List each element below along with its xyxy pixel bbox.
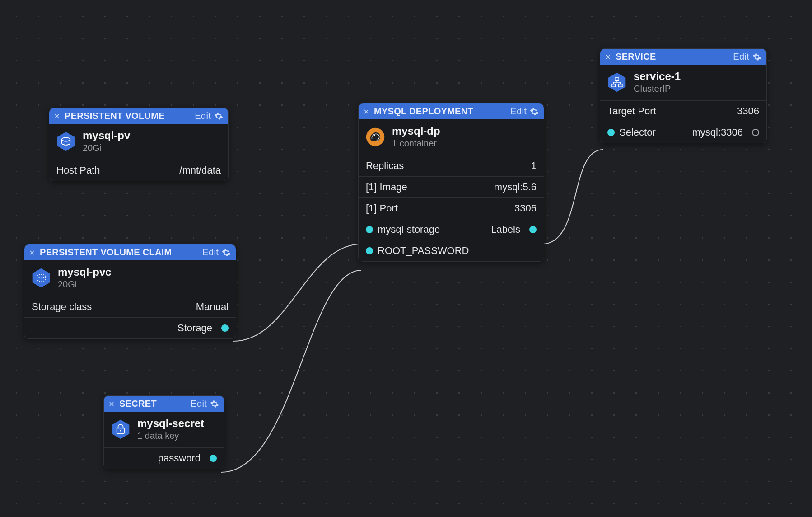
- row-storageclass: Storage class Manual: [24, 296, 236, 318]
- node-persistent-volume[interactable]: PERSISTENT VOLUME Edit mysql-pv 20Gi Hos…: [49, 108, 229, 181]
- row-key: [1] Image: [366, 181, 407, 193]
- edit-button[interactable]: Edit: [191, 399, 207, 409]
- node-subtitle: 20Gi: [83, 143, 130, 153]
- port-dot-out[interactable]: [210, 455, 217, 462]
- row-port: [1] Port 3306: [359, 198, 544, 219]
- edit-button[interactable]: Edit: [195, 111, 211, 121]
- port-row-selector: Selector mysql:3306: [600, 122, 766, 143]
- row-value: Manual: [196, 301, 229, 313]
- node-secret[interactable]: SECRET Edit mysql-secret 1 data key pass…: [103, 395, 224, 469]
- node-persistent-volume-claim[interactable]: PERSISTENT VOLUME CLAIM Edit mysql-pvc 2…: [24, 244, 236, 339]
- pvc-icon: [31, 268, 51, 288]
- service-icon: [607, 72, 627, 93]
- svg-point-6: [120, 430, 121, 431]
- node-title: PERSISTENT VOLUME: [65, 111, 195, 121]
- node-header: PERSISTENT VOLUME Edit: [49, 108, 228, 124]
- node-identity: service-1 ClusterIP: [600, 65, 766, 101]
- node-identity: mysql-secret 1 data key: [104, 412, 224, 448]
- close-icon[interactable]: [362, 108, 370, 116]
- node-header: SERVICE Edit: [600, 49, 766, 65]
- row-value: /mnt/data: [179, 164, 221, 176]
- port-dot-in[interactable]: [366, 247, 373, 254]
- node-mysql-deployment[interactable]: MYSQL DEPLOYMENT Edit mysql-dp 1 contain…: [358, 103, 544, 262]
- svg-point-8: [374, 134, 375, 136]
- port-in-label: Selector: [619, 127, 656, 138]
- graph-canvas[interactable]: PERSISTENT VOLUME Edit mysql-pv 20Gi Hos…: [0, 0, 812, 517]
- database-icon: [56, 131, 76, 152]
- port-password-out[interactable]: password: [104, 448, 224, 469]
- row-image: [1] Image mysql:5.6: [359, 177, 544, 198]
- close-icon[interactable]: [604, 53, 612, 61]
- port-value: mysql:3306: [692, 127, 743, 138]
- gear-icon[interactable]: [529, 107, 539, 117]
- edit-button[interactable]: Edit: [733, 52, 749, 62]
- svg-marker-4: [112, 419, 130, 438]
- node-subtitle: 1 data key: [137, 431, 204, 441]
- node-service[interactable]: SERVICE Edit service-1 ClusterIP Target: [600, 48, 767, 143]
- port-row-storage-labels: mysql-storage Labels: [359, 219, 544, 240]
- row-key: Replicas: [366, 160, 404, 172]
- edit-button[interactable]: Edit: [202, 247, 219, 258]
- node-subtitle: ClusterIP: [634, 84, 681, 94]
- mysql-icon: [365, 127, 386, 147]
- row-key: Host Path: [56, 164, 100, 176]
- gear-icon[interactable]: [752, 52, 762, 62]
- node-header: MYSQL DEPLOYMENT Edit: [359, 103, 544, 119]
- node-title: MYSQL DEPLOYMENT: [374, 106, 510, 117]
- close-icon[interactable]: [53, 112, 61, 120]
- node-identity: mysql-pv 20Gi: [49, 124, 228, 160]
- gear-icon[interactable]: [214, 111, 224, 121]
- row-replicas: Replicas 1: [359, 155, 544, 177]
- port-dot-out[interactable]: [529, 226, 537, 233]
- port-out-label: Labels: [491, 224, 520, 235]
- port-row-rootpw: ROOT_PASSWORD: [359, 240, 544, 261]
- port-label: password: [158, 452, 201, 464]
- node-name: mysql-secret: [137, 417, 204, 430]
- gear-icon[interactable]: [210, 399, 219, 409]
- node-identity: mysql-pvc 20Gi: [24, 260, 236, 296]
- close-icon[interactable]: [107, 400, 116, 408]
- row-value: 3306: [737, 105, 759, 117]
- node-title: SERVICE: [616, 52, 733, 62]
- row-key: Storage class: [32, 301, 92, 313]
- port-in-label: mysql-storage: [378, 224, 440, 235]
- port-label: Storage: [177, 322, 212, 334]
- port-dot-out-empty[interactable]: [752, 129, 759, 136]
- node-title: PERSISTENT VOLUME CLAIM: [40, 247, 202, 258]
- port-storage-out[interactable]: Storage: [24, 318, 236, 338]
- node-name: mysql-dp: [392, 125, 440, 137]
- secret-icon: [110, 419, 131, 440]
- row-key: Target Port: [607, 105, 656, 117]
- row-targetport: Target Port 3306: [600, 101, 766, 122]
- node-name: mysql-pv: [83, 129, 130, 142]
- node-subtitle: 20Gi: [58, 279, 112, 290]
- row-value: mysql:5.6: [494, 181, 537, 193]
- row-hostpath: Host Path /mnt/data: [49, 160, 228, 181]
- node-header: SECRET Edit: [104, 396, 224, 412]
- port-dot-out[interactable]: [221, 324, 229, 332]
- node-header: PERSISTENT VOLUME CLAIM Edit: [24, 244, 236, 260]
- edit-button[interactable]: Edit: [510, 106, 527, 117]
- node-name: service-1: [634, 70, 681, 83]
- node-title: SECRET: [119, 399, 191, 409]
- port-in-label: ROOT_PASSWORD: [378, 245, 469, 257]
- node-subtitle: 1 container: [392, 138, 440, 149]
- row-value: 3306: [514, 202, 537, 214]
- port-dot-in[interactable]: [607, 129, 615, 136]
- node-name: mysql-pvc: [58, 266, 112, 278]
- port-dot-in[interactable]: [366, 226, 373, 233]
- gear-icon[interactable]: [221, 248, 231, 258]
- close-icon[interactable]: [28, 249, 36, 257]
- row-key: [1] Port: [366, 202, 398, 214]
- row-value: 1: [531, 160, 537, 172]
- node-identity: mysql-dp 1 container: [359, 119, 544, 155]
